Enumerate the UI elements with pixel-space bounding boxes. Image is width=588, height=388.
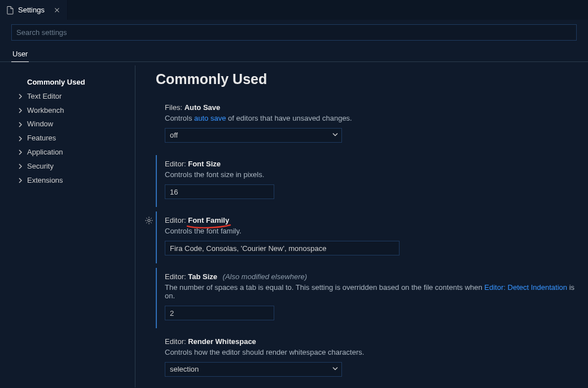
sidebar-item-label: Text Editor — [27, 91, 62, 103]
setting-header: Files: Auto Save — [165, 103, 583, 112]
sidebar-item-extensions[interactable]: Extensions — [17, 174, 135, 188]
tab-settings[interactable]: Settings — [0, 0, 68, 20]
render-whitespace-select[interactable]: selection — [165, 362, 342, 377]
setting-description: Controls auto save of editors that have … — [165, 114, 583, 122]
tab-label: Settings — [18, 6, 45, 14]
search-row — [0, 20, 588, 44]
sidebar-item-label: Security — [27, 161, 54, 173]
settings-content: Commonly Used Files: Auto Save Controls … — [135, 62, 588, 387]
scope-tabs: User — [0, 44, 588, 62]
setting-header: Editor: Tab Size (Also modified elsewher… — [165, 272, 583, 281]
setting-auto-save: Files: Auto Save Controls auto save of e… — [156, 99, 583, 151]
section-title: Commonly Used — [156, 71, 583, 87]
setting-header: Editor: Render Whitespace — [165, 337, 583, 346]
settings-sidebar: Commonly Used Text Editor Workbench Wind… — [0, 65, 135, 387]
chevron-right-icon — [17, 94, 24, 99]
chevron-right-icon — [17, 108, 24, 113]
close-icon[interactable] — [51, 5, 63, 16]
setting-description: The number of spaces a tab is equal to. … — [165, 283, 583, 300]
sidebar-item-security[interactable]: Security — [17, 160, 135, 174]
setting-tab-size: Editor: Tab Size (Also modified elsewher… — [156, 268, 583, 328]
setting-description: Controls the font size in pixels. — [165, 170, 583, 179]
link-detect-indentation[interactable]: Editor: Detect Indentation — [484, 283, 567, 292]
chevron-right-icon — [17, 122, 24, 127]
sidebar-item-label: Window — [27, 118, 53, 130]
sidebar-item-label: Application — [27, 147, 63, 158]
sidebar-item-label: Extensions — [27, 175, 63, 187]
chevron-right-icon — [17, 149, 24, 155]
sidebar-item-label: Features — [27, 133, 56, 144]
svg-point-0 — [148, 219, 150, 222]
setting-header: Editor: Font Size — [165, 160, 583, 168]
search-input[interactable] — [11, 24, 577, 41]
font-size-input[interactable] — [165, 184, 274, 199]
link-auto-save[interactable]: auto save — [194, 114, 226, 122]
setting-description: Controls how the editor should render wh… — [165, 348, 583, 356]
setting-description: Controls the font family. — [165, 227, 583, 235]
setting-render-whitespace: Editor: Render Whitespace Controls how t… — [156, 333, 583, 385]
chevron-right-icon — [17, 136, 24, 142]
auto-save-select[interactable]: off — [165, 128, 342, 143]
chevron-right-icon — [17, 178, 24, 183]
sidebar-item-text-editor[interactable]: Text Editor — [17, 90, 135, 104]
tab-bar: Settings — [0, 0, 588, 20]
tab-size-input[interactable] — [165, 306, 274, 320]
font-family-input[interactable] — [165, 241, 400, 255]
setting-font-family: Editor: Font Family Controls the font fa… — [156, 211, 583, 263]
chevron-right-icon — [17, 164, 24, 169]
sidebar-item-window[interactable]: Window — [17, 117, 135, 131]
setting-header: Editor: Font Family — [165, 216, 583, 224]
setting-font-size: Editor: Font Size Controls the font size… — [156, 155, 583, 207]
sidebar-item-features[interactable]: Features — [17, 131, 135, 146]
file-icon — [6, 6, 15, 15]
scope-tab-user[interactable]: User — [11, 47, 29, 62]
sidebar-item-commonly-used[interactable]: Commonly Used — [17, 76, 135, 90]
sidebar-item-application[interactable]: Application — [17, 146, 135, 160]
sidebar-item-workbench[interactable]: Workbench — [17, 104, 135, 118]
gear-icon[interactable] — [144, 216, 153, 227]
sidebar-item-label: Commonly Used — [27, 77, 85, 89]
sidebar-item-label: Workbench — [27, 105, 64, 117]
